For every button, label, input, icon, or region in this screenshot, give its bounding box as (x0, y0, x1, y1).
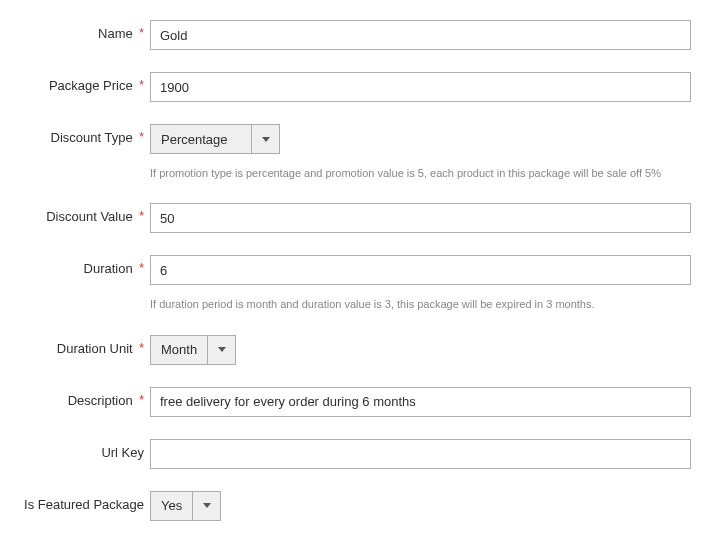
required-marker: * (139, 130, 144, 144)
chevron-down-icon (218, 347, 226, 352)
url-key-input[interactable] (150, 439, 691, 469)
discount-value-input[interactable] (150, 203, 691, 233)
duration-hint: If duration period is month and duration… (150, 293, 691, 312)
row-discount-type: Discount Type * Percentage (0, 124, 711, 154)
label-text-discount-type: Discount Type (51, 130, 133, 145)
discount-type-value: Percentage (151, 125, 251, 153)
label-text-is-featured: Is Featured Package (24, 497, 144, 512)
label-url-key: Url Key (0, 439, 150, 460)
required-marker: * (139, 341, 144, 355)
duration-unit-dropdown-button[interactable] (207, 336, 235, 364)
row-duration-unit: Duration Unit * Month (0, 335, 711, 365)
description-input[interactable] (150, 387, 691, 417)
required-marker: * (139, 26, 144, 40)
duration-input[interactable] (150, 255, 691, 285)
duration-unit-value: Month (151, 336, 207, 364)
package-form: Name * Package Price * Discount Type * P… (0, 20, 711, 543)
label-text-name: Name (98, 26, 133, 41)
required-marker: * (139, 209, 144, 223)
hint-row-duration: If duration period is month and duration… (0, 293, 711, 312)
duration-unit-select[interactable]: Month (150, 335, 236, 365)
label-duration: Duration * (0, 255, 150, 276)
label-is-featured: Is Featured Package (0, 491, 150, 512)
label-text-duration-unit: Duration Unit (57, 341, 133, 356)
row-is-featured: Is Featured Package Yes (0, 491, 711, 521)
row-url-key: Url Key (0, 439, 711, 469)
label-discount-type: Discount Type * (0, 124, 150, 145)
row-name: Name * (0, 20, 711, 50)
label-text-discount-value: Discount Value (46, 209, 132, 224)
discount-type-dropdown-button[interactable] (251, 125, 279, 153)
label-text-duration: Duration (84, 261, 133, 276)
discount-type-select[interactable]: Percentage (150, 124, 280, 154)
is-featured-dropdown-button[interactable] (192, 492, 220, 520)
row-description: Description * (0, 387, 711, 417)
is-featured-value: Yes (151, 492, 192, 520)
package-price-input[interactable] (150, 72, 691, 102)
row-package-price: Package Price * (0, 72, 711, 102)
required-marker: * (139, 393, 144, 407)
name-input[interactable] (150, 20, 691, 50)
hint-row-discount-type: If promotion type is percentage and prom… (0, 162, 711, 181)
chevron-down-icon (262, 137, 270, 142)
label-description: Description * (0, 387, 150, 408)
discount-type-hint: If promotion type is percentage and prom… (150, 162, 691, 181)
label-text-url-key: Url Key (101, 445, 144, 460)
required-marker: * (139, 261, 144, 275)
chevron-down-icon (203, 503, 211, 508)
label-package-price: Package Price * (0, 72, 150, 93)
label-name: Name * (0, 20, 150, 41)
row-duration: Duration * (0, 255, 711, 285)
row-discount-value: Discount Value * (0, 203, 711, 233)
label-text-description: Description (68, 393, 133, 408)
label-discount-value: Discount Value * (0, 203, 150, 224)
required-marker: * (139, 78, 144, 92)
label-duration-unit: Duration Unit * (0, 335, 150, 356)
is-featured-select[interactable]: Yes (150, 491, 221, 521)
label-text-package-price: Package Price (49, 78, 133, 93)
